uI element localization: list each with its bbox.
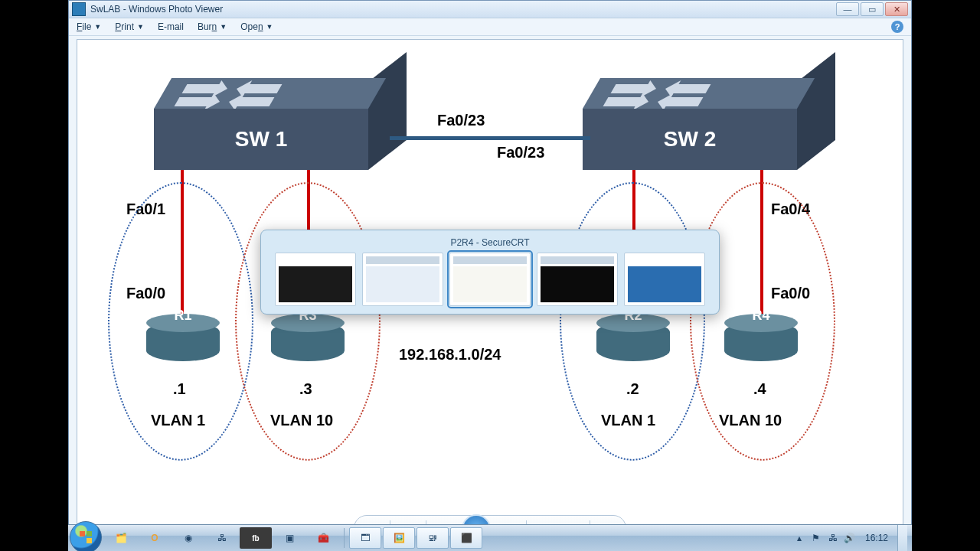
start-button[interactable] — [70, 521, 102, 552]
switch-sw2: SW 2 — [583, 78, 797, 170]
close-button[interactable]: ✕ — [885, 2, 908, 16]
switch-sw1: SW 1 — [154, 78, 368, 170]
menu-print[interactable]: Print▼ — [115, 21, 144, 32]
maximize-button[interactable]: ▭ — [861, 2, 884, 16]
taskbar-running-4[interactable]: ⬛ — [450, 527, 482, 549]
tray-network-icon[interactable]: 🖧 — [827, 532, 839, 544]
alt-tab-thumb-2[interactable] — [362, 253, 443, 306]
taskbar-running-securecrt[interactable]: 🖳 — [416, 527, 449, 549]
taskbar-fb-icon[interactable]: fb — [240, 527, 272, 549]
menu-email[interactable]: E-mail — [158, 21, 184, 32]
vlan10-ellipse-left — [235, 182, 381, 461]
taskbar-running-photoviewer[interactable]: 🖼️ — [383, 527, 415, 549]
alt-tab-thumb-3-selected[interactable] — [449, 253, 531, 306]
subnet-label: 192.168.1.0/24 — [399, 346, 501, 364]
taskbar-running-1[interactable]: 🗔 — [349, 527, 381, 549]
tray-volume-icon[interactable]: 🔊 — [844, 532, 856, 544]
menu-file[interactable]: File▼ — [77, 21, 101, 32]
vlan10-ellipse-right — [690, 182, 835, 461]
taskbar-pinned: 🗂️ O ◉ 🖧 fb ▣ 🧰 🗔 🖼️ 🖳 ⬛ — [105, 525, 482, 551]
trunk-label-top: Fa0/23 — [437, 112, 485, 129]
taskbar-explorer-icon[interactable]: 🗂️ — [105, 527, 137, 549]
alt-tab-title: P2R4 - SecureCRT — [269, 235, 711, 253]
taskbar-outlook-icon[interactable]: O — [139, 527, 171, 549]
help-icon[interactable]: ? — [891, 21, 903, 33]
tray-up-icon[interactable]: ▴ — [793, 532, 805, 544]
alt-tab-switcher[interactable]: P2R4 - SecureCRT — [260, 230, 720, 315]
alt-tab-thumb-4[interactable] — [537, 253, 618, 306]
tray-flag-icon[interactable]: ⚑ — [810, 532, 822, 544]
taskbar-putty-icon[interactable]: 🖧 — [206, 527, 238, 549]
taskbar-app6-icon[interactable]: ▣ — [273, 527, 305, 549]
app-icon — [72, 2, 86, 16]
show-desktop-button[interactable] — [897, 525, 907, 551]
menubar: File▼ Print▼ E-mail Burn▼ Open▼ ? — [69, 18, 911, 36]
vlan1-ellipse-right — [560, 182, 705, 461]
taskbar-app7-icon[interactable]: 🧰 — [307, 527, 339, 549]
vlan1-ellipse-left — [108, 182, 253, 461]
titlebar[interactable]: SwLAB - Windows Photo Viewer — ▭ ✕ — [69, 1, 911, 18]
menu-burn[interactable]: Burn▼ — [198, 21, 227, 32]
alt-tab-thumb-1[interactable] — [275, 253, 356, 306]
system-tray: ▴ ⚑ 🖧 🔊 16:12 — [789, 525, 912, 551]
taskbar: 🗂️ O ◉ 🖧 fb ▣ 🧰 🗔 🖼️ 🖳 ⬛ ▴ ⚑ 🖧 🔊 16:12 — [68, 524, 912, 551]
trunk-link — [390, 136, 590, 140]
window-title: SwLAB - Windows Photo Viewer — [90, 4, 835, 15]
menu-open[interactable]: Open▼ — [240, 21, 273, 32]
switch-sw2-label: SW 2 — [583, 109, 797, 170]
alt-tab-thumb-5[interactable] — [624, 253, 705, 306]
trunk-label-bottom: Fa0/23 — [497, 144, 544, 161]
tray-clock[interactable]: 16:12 — [861, 533, 893, 543]
minimize-button[interactable]: — — [836, 2, 859, 16]
switch-sw1-label: SW 1 — [154, 109, 368, 170]
taskbar-chrome-icon[interactable]: ◉ — [172, 527, 204, 549]
